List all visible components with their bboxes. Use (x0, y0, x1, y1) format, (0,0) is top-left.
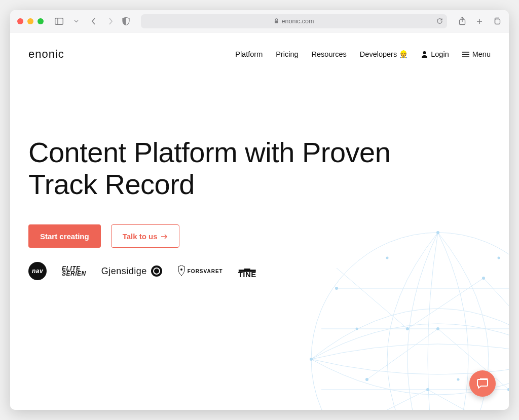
svg-point-30 (426, 388, 429, 391)
nav-login-label: Login (431, 50, 449, 58)
close-window-button[interactable] (17, 18, 23, 24)
chat-icon (476, 377, 489, 390)
chevron-down-icon[interactable] (71, 16, 81, 26)
page-content: enonic Platform Pricing Resources Develo… (10, 32, 509, 410)
forward-button[interactable] (105, 16, 116, 26)
nav-menu[interactable]: Menu (462, 50, 491, 58)
main-nav: Platform Pricing Resources Developers 👷 … (235, 50, 491, 59)
address-bar[interactable]: enonic.com (141, 14, 447, 28)
nav-platform[interactable]: Platform (235, 50, 263, 58)
nav-developers[interactable]: Developers 👷 (360, 50, 408, 59)
browser-window: enonic.com enonic Platform Pricing Reso (10, 10, 509, 410)
svg-point-24 (482, 277, 485, 280)
user-icon (421, 51, 428, 58)
tine-bars-icon: ▂▃▂ (239, 265, 255, 271)
maximize-window-button[interactable] (38, 18, 44, 24)
client-logo-gjensidige: Gjensidige (101, 265, 162, 277)
talk-to-us-label: Talk to us (123, 232, 158, 241)
svg-point-34 (310, 358, 313, 361)
client-logo-tine: ▂▃▂ TINE (238, 265, 256, 278)
svg-point-5 (423, 51, 426, 54)
svg-line-17 (484, 278, 509, 339)
start-creating-button[interactable]: Start creating (28, 224, 101, 248)
window-controls (17, 18, 44, 24)
client-logo-eliteserien: ELITE SERIEN (62, 266, 86, 277)
nav-pricing[interactable]: Pricing (276, 50, 298, 58)
back-button[interactable] (88, 16, 98, 26)
site-logo[interactable]: enonic (28, 48, 64, 61)
svg-rect-2 (275, 21, 278, 24)
svg-point-36 (498, 257, 500, 259)
privacy-shield-icon[interactable] (121, 16, 131, 26)
svg-point-37 (356, 328, 358, 330)
share-icon[interactable] (457, 16, 467, 26)
svg-line-18 (367, 329, 438, 379)
svg-point-23 (406, 327, 409, 330)
client-logo-nav: nav (28, 262, 47, 280)
svg-line-16 (407, 278, 484, 329)
refresh-icon[interactable] (436, 18, 443, 24)
svg-point-39 (457, 378, 460, 381)
browser-titlebar: enonic.com (10, 10, 509, 32)
crest-icon (177, 265, 186, 277)
nav-resources[interactable]: Resources (312, 50, 347, 58)
svg-point-27 (436, 327, 439, 330)
svg-line-15 (337, 268, 407, 329)
gjensidige-mark-icon (151, 265, 162, 277)
chat-widget-button[interactable] (469, 370, 496, 397)
svg-point-35 (386, 257, 389, 259)
tabs-overview-icon[interactable] (492, 16, 502, 26)
svg-rect-0 (55, 18, 63, 24)
nav-login[interactable]: Login (421, 50, 449, 58)
sidebar-toggle-icon[interactable] (54, 16, 64, 26)
client-logo-forsvaret-text: FORSVARET (188, 269, 223, 274)
lock-icon (274, 18, 279, 24)
client-logo-forsvaret: FORSVARET (177, 265, 223, 277)
svg-point-9 (180, 269, 182, 271)
client-logo-gjensidige-text: Gjensidige (101, 266, 147, 277)
minimize-window-button[interactable] (27, 18, 33, 24)
svg-point-32 (436, 231, 439, 234)
svg-point-22 (335, 287, 338, 290)
client-logo-eliteserien-text: ELITE SERIEN (62, 266, 86, 277)
svg-point-26 (365, 378, 368, 381)
client-logo-tine-text: TINE (238, 272, 256, 278)
svg-line-20 (347, 390, 428, 410)
svg-rect-4 (495, 19, 500, 24)
hero-title: Content Platform with Proven Track Recor… (28, 137, 407, 200)
nav-menu-label: Menu (472, 50, 491, 58)
site-header: enonic Platform Pricing Resources Develo… (10, 32, 509, 61)
arrow-right-icon (161, 232, 168, 241)
address-bar-text: enonic.com (282, 18, 314, 25)
hamburger-icon (462, 52, 469, 57)
new-tab-icon[interactable] (474, 16, 485, 26)
talk-to-us-button[interactable]: Talk to us (111, 224, 179, 248)
